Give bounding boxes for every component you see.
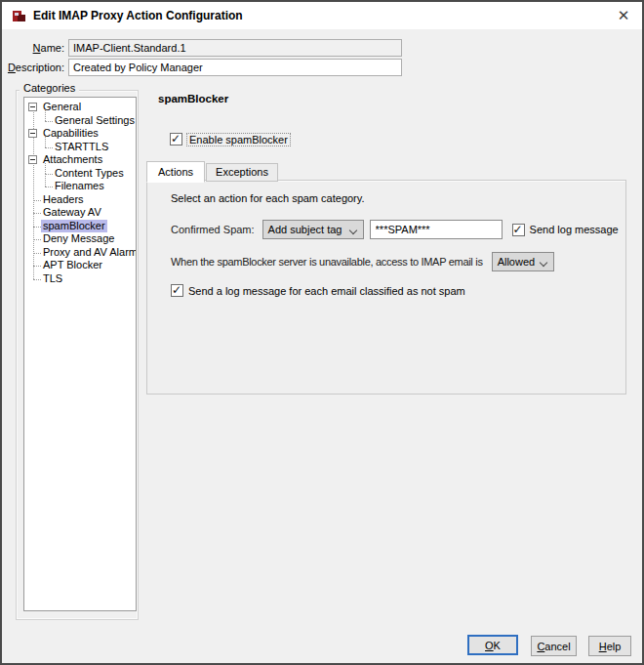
send-log-label: Send log message [530, 224, 619, 235]
tree-row: Content Types [24, 167, 136, 181]
server-unavailable-row: When the spamBlocker server is unavailab… [171, 252, 554, 271]
description-input[interactable] [68, 59, 402, 76]
chevron-down-icon [348, 227, 356, 234]
tree-item-capabilities[interactable]: Capabilities [41, 127, 101, 141]
cancel-button[interactable]: Cancel [531, 636, 577, 656]
close-icon[interactable]: ✕ [613, 5, 634, 26]
tree-row: General Settings [24, 114, 136, 128]
spam-action-value: Add subject tag [268, 224, 342, 235]
tab-bar: Actions Exceptions [146, 161, 279, 182]
tree-item-content-types[interactable]: Content Types [53, 167, 126, 181]
tree-row: Deny Message [24, 232, 136, 246]
tree-row: spamBlocker [24, 220, 136, 233]
spam-action-dropdown[interactable]: Add subject tag [262, 220, 364, 239]
name-label: Name: [6, 42, 64, 54]
tree-row: STARTTLS [24, 141, 136, 154]
tree-item-deny-message[interactable]: Deny Message [41, 232, 116, 246]
unavailable-access-value: Allowed [498, 256, 536, 268]
confirmed-spam-row: Confirmed Spam: Add subject tag Send log… [171, 220, 619, 239]
enable-spamblocker-row: Enable spamBlocker [170, 133, 290, 145]
tree-item-general[interactable]: General [41, 101, 83, 114]
tree-row: Gateway AV [24, 206, 136, 220]
not-spam-row: Send a log message for each email classi… [171, 284, 465, 297]
confirmed-spam-label: Confirmed Spam: [171, 224, 255, 235]
title-bar: Edit IMAP Proxy Action Configuration ✕ [2, 2, 642, 29]
tree-item-attachments[interactable]: Attachments [41, 153, 104, 167]
app-icon [12, 9, 26, 23]
description-label: Description: [6, 62, 64, 73]
name-input[interactable] [68, 39, 402, 57]
tree-row: Attachments [24, 153, 136, 167]
server-unavailable-label: When the spamBlocker server is unavailab… [171, 256, 483, 268]
tree-item-general-settings[interactable]: General Settings [53, 114, 137, 128]
chevron-down-icon [539, 259, 546, 267]
enable-spamblocker-checkbox[interactable] [170, 133, 182, 145]
dialog-body: Name: Description: Categories General Ge… [4, 31, 640, 661]
tree-row: APT Blocker [24, 259, 136, 272]
actions-tab-panel: Select an action for each spam category.… [146, 180, 626, 395]
tree-item-starttls[interactable]: STARTTLS [53, 141, 110, 154]
intro-text: Select an action for each spam category. [171, 192, 365, 204]
tree-item-spamblocker[interactable]: spamBlocker [41, 220, 107, 233]
tree-item-gateway-av[interactable]: Gateway AV [41, 206, 103, 220]
tree-row: TLS [24, 272, 136, 286]
tree-row: Capabilities [24, 127, 136, 141]
tab-exceptions[interactable]: Exceptions [206, 163, 278, 182]
dialog-window: Edit IMAP Proxy Action Configuration ✕ N… [0, 0, 644, 665]
enable-spamblocker-label[interactable]: Enable spamBlocker [187, 134, 290, 145]
categories-group-label: Categories [20, 82, 79, 94]
unavailable-access-dropdown[interactable]: Allowed [492, 252, 554, 271]
collapse-icon[interactable] [28, 129, 37, 138]
collapse-icon[interactable] [28, 103, 37, 111]
tree-item-proxy-av-alarms[interactable]: Proxy and AV Alarms [41, 246, 137, 260]
tree-item-tls[interactable]: TLS [41, 272, 64, 286]
ok-button[interactable]: OK [467, 635, 518, 655]
tree-item-headers[interactable]: Headers [41, 193, 86, 207]
tab-actions[interactable]: Actions [146, 161, 205, 183]
tree-row: General [24, 101, 136, 114]
send-log-checkbox[interactable] [512, 224, 525, 236]
subject-tag-input[interactable] [370, 220, 503, 239]
help-button[interactable]: Help [588, 636, 631, 656]
page-title: spamBlocker [158, 93, 228, 104]
window-title: Edit IMAP Proxy Action Configuration [33, 9, 243, 22]
tree-row: Proxy and AV Alarms [24, 246, 136, 260]
tree-row: Headers [24, 193, 136, 207]
categories-tree: General General Settings Capabilities ST… [23, 97, 137, 611]
tree-item-apt-blocker[interactable]: APT Blocker [41, 259, 104, 272]
not-spam-log-checkbox[interactable] [171, 284, 183, 297]
send-log-row: Send log message [512, 224, 619, 236]
tree-row: Filenames [24, 180, 136, 193]
tree-item-filenames[interactable]: Filenames [53, 180, 106, 193]
not-spam-log-label: Send a log message for each email classi… [188, 285, 465, 297]
collapse-icon[interactable] [28, 155, 37, 164]
